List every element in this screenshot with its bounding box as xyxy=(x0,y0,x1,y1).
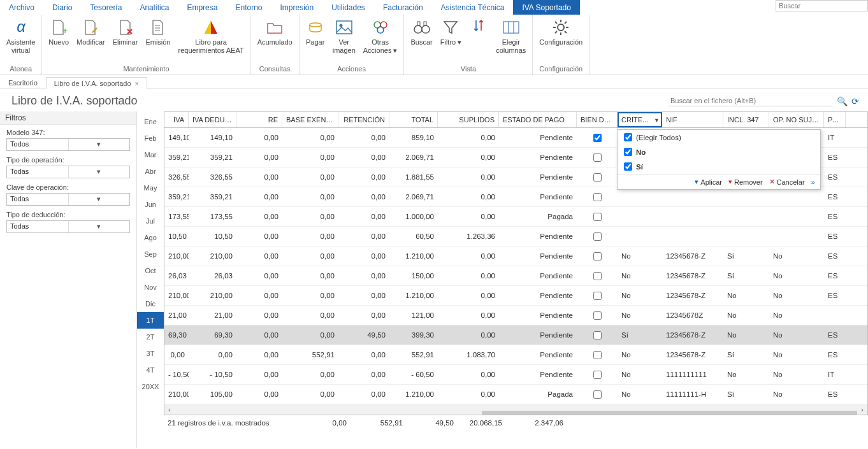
bien-checkbox[interactable] xyxy=(593,193,602,201)
ribbon-otras-acciones-button[interactable]: Otras Acciones ▾ xyxy=(359,16,401,56)
table-row[interactable]: 173,55173,550,000,000,001.000,000,00Paga… xyxy=(164,207,867,227)
ribbon-pagar-button[interactable]: Pagar xyxy=(302,16,329,48)
ribbon-elegir-columnas-button[interactable]: Elegir columnas xyxy=(492,16,530,56)
bien-checkbox[interactable] xyxy=(593,213,602,221)
bien-checkbox[interactable] xyxy=(593,311,602,320)
ribbon-modificar-button[interactable]: Modificar xyxy=(73,16,109,48)
expand-icon[interactable]: » xyxy=(811,178,815,186)
menu-item-entorno[interactable]: Entorno xyxy=(226,0,271,15)
column-header-total[interactable]: TOTAL xyxy=(389,112,438,127)
scroll-left-icon[interactable]: ‹ xyxy=(164,406,175,413)
month-item-4t[interactable]: 4T xyxy=(137,362,164,378)
table-row[interactable]: - 10,50- 10,500,000,000,00- 60,500,00Pen… xyxy=(164,365,867,385)
column-header-suplidos[interactable]: SUPLIDOS xyxy=(438,112,499,127)
column-header-nif[interactable]: NIF xyxy=(662,112,723,127)
column-header-iva-deduci-[interactable]: IVA DEDUCI... xyxy=(189,112,236,127)
column-header-bien-de-i-[interactable]: BIEN DE I... xyxy=(577,112,618,127)
menu-item-facturaci-n[interactable]: Facturación xyxy=(374,0,432,15)
menu-item-impresi-n[interactable]: Impresión xyxy=(271,0,322,15)
month-item-abr[interactable]: Abr xyxy=(137,163,164,180)
cancel-button[interactable]: ✕Cancelar xyxy=(769,178,805,186)
chevron-down-icon[interactable]: ▼ xyxy=(654,117,660,124)
menu-item-asistencia-t-cnica[interactable]: Asistencia Técnica xyxy=(432,0,514,15)
bien-checkbox[interactable] xyxy=(593,232,602,241)
month-item-feb[interactable]: Feb xyxy=(137,130,164,146)
search-file-input[interactable] xyxy=(668,96,833,106)
bien-checkbox[interactable] xyxy=(593,153,602,162)
ribbon-libro-aeat-button[interactable]: Libro para requerimientos AEAT xyxy=(175,16,248,56)
column-header-retenci-n[interactable]: RETENCIÓN xyxy=(338,112,389,127)
ribbon-configuracion-button[interactable]: Configuración xyxy=(535,16,586,48)
month-item-jun[interactable]: Jun xyxy=(137,196,164,213)
ribbon-emision-button[interactable]: Emisión xyxy=(141,16,174,48)
month-item-3t[interactable]: 3T xyxy=(137,345,164,362)
filter-select-0[interactable]: Todos▾ xyxy=(6,138,130,151)
bien-checkbox[interactable] xyxy=(593,173,602,182)
filter-option[interactable]: Sí xyxy=(618,159,820,174)
column-header-iva[interactable]: IVA xyxy=(164,112,189,127)
filter-option[interactable]: (Elegir Todos) xyxy=(618,130,820,145)
month-item-20xx[interactable]: 20XX xyxy=(137,378,164,395)
menu-item-diario[interactable]: Diario xyxy=(43,0,81,15)
bien-checkbox[interactable] xyxy=(593,292,602,300)
column-header-base-exenta[interactable]: BASE EXENTA xyxy=(282,112,338,127)
table-row[interactable]: 210,00210,000,000,000,001.210,000,00Pend… xyxy=(164,246,867,266)
filter-select-1[interactable]: Todas▾ xyxy=(6,166,130,178)
menu-item-utilidades[interactable]: Utilidades xyxy=(322,0,374,15)
column-header-pa-s[interactable]: PAÍS xyxy=(824,112,846,127)
month-item-oct[interactable]: Oct xyxy=(137,262,164,279)
global-search-input[interactable] xyxy=(776,0,868,11)
bien-checkbox[interactable] xyxy=(593,390,602,399)
ribbon-asistente-virtual-button[interactable]: αAsistente virtual xyxy=(3,16,39,56)
scroll-right-icon[interactable]: › xyxy=(857,406,867,413)
ribbon-nuevo-button[interactable]: +Nuevo xyxy=(45,16,73,48)
menu-item-empresa[interactable]: Empresa xyxy=(178,0,226,15)
table-row[interactable]: 10,5010,500,000,000,0060,501.263,36Pendi… xyxy=(164,227,867,246)
apply-button[interactable]: ▾Aplicar xyxy=(695,178,722,186)
bien-checkbox[interactable] xyxy=(593,272,602,280)
filter-option[interactable]: No xyxy=(618,145,820,159)
bien-checkbox[interactable] xyxy=(593,371,602,379)
filter-select-2[interactable]: Todas▾ xyxy=(6,193,130,206)
month-item-may[interactable]: May xyxy=(137,180,164,196)
month-item-sep[interactable]: Sep xyxy=(137,246,164,262)
table-row[interactable]: 26,0326,030,000,000,00150,000,00Pendient… xyxy=(164,266,867,286)
close-icon[interactable]: × xyxy=(135,80,139,87)
bien-checkbox[interactable] xyxy=(593,134,602,142)
menu-item-tesorer-a[interactable]: Tesorería xyxy=(81,0,131,15)
refresh-icon[interactable]: ⟳ xyxy=(851,96,859,106)
tab-libro-de-i-v-a-soportado[interactable]: Libro de I.V.A. soportado× xyxy=(46,77,147,89)
month-item-1t[interactable]: 1T xyxy=(137,312,164,329)
menu-item-anal-tica[interactable]: Analítica xyxy=(131,0,178,15)
month-item-mar[interactable]: Mar xyxy=(137,146,164,163)
ribbon-filtro-button[interactable]: Filtro ▾ xyxy=(437,16,466,48)
table-row[interactable]: 0,000,000,00552,910,00552,911.083,70Pend… xyxy=(164,345,867,365)
column-header-estado-de-pago[interactable]: ESTADO DE PAGO xyxy=(499,112,577,127)
ribbon-ver-imagen-button[interactable]: Ver imagen xyxy=(329,16,359,56)
menu-item-archivo[interactable]: Archivo xyxy=(0,0,43,15)
horizontal-scrollbar[interactable]: ‹ › xyxy=(164,404,867,415)
column-header-op-no-sujeta[interactable]: OP. NO SUJETA xyxy=(769,112,824,127)
remove-button[interactable]: ▾Remover xyxy=(728,178,763,186)
filter-option-checkbox[interactable] xyxy=(624,162,632,171)
table-row[interactable]: 359,21359,210,000,000,002.069,710,00Pend… xyxy=(164,187,867,207)
search-icon[interactable]: 🔍 xyxy=(837,96,848,106)
column-header-re[interactable]: RE xyxy=(236,112,282,127)
table-row[interactable]: 210,00105,000,000,000,001.210,000,00Paga… xyxy=(164,385,867,404)
bien-checkbox[interactable] xyxy=(593,252,602,260)
table-row[interactable]: 210,00210,000,000,000,001.210,000,00Pend… xyxy=(164,286,867,306)
ribbon-buscar-button[interactable]: Buscar xyxy=(407,16,436,48)
bien-checkbox[interactable] xyxy=(593,351,602,359)
month-item-ene[interactable]: Ene xyxy=(137,113,164,130)
month-item-dic[interactable]: Dic xyxy=(137,296,164,312)
ribbon-sort-button[interactable] xyxy=(465,16,492,39)
column-header-crite-[interactable]: CRITE...▼ xyxy=(618,112,662,127)
bien-checkbox[interactable] xyxy=(593,331,602,339)
ribbon-acumulado-button[interactable]: Acumulado xyxy=(254,16,296,48)
table-row[interactable]: 21,0021,000,000,000,00121,000,00Pendient… xyxy=(164,306,867,325)
month-item-nov[interactable]: Nov xyxy=(137,279,164,296)
ribbon-eliminar-button[interactable]: Eliminar xyxy=(109,16,142,48)
month-item-2t[interactable]: 2T xyxy=(137,329,164,345)
filter-select-3[interactable]: Todas▾ xyxy=(6,220,130,233)
month-item-jul[interactable]: Jul xyxy=(137,213,164,229)
